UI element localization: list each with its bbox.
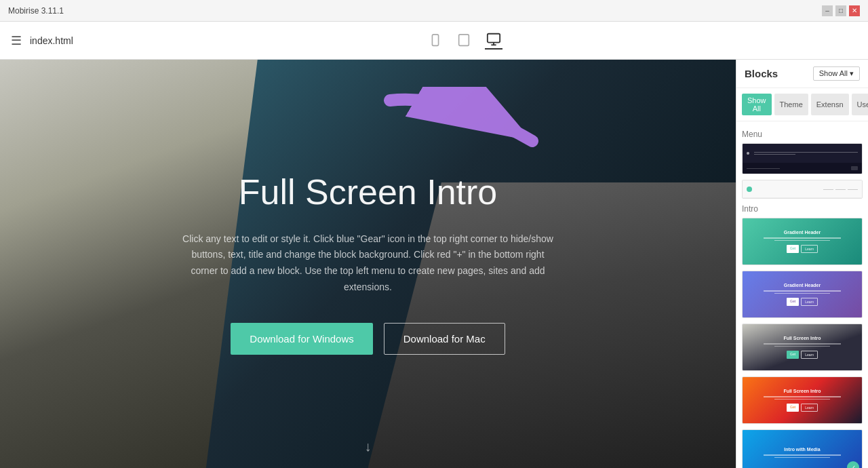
panel-title: Blocks (745, 68, 778, 79)
desc-line-w2 (774, 399, 830, 400)
menu-nav-lines (754, 152, 858, 155)
desc-line-w1 (764, 396, 842, 397)
menu-icon[interactable]: ☰ (11, 33, 22, 48)
desc-line-p1 (764, 290, 842, 292)
intro-purple-preview: Gradient Header Get Learn (743, 271, 862, 317)
menu-block-light[interactable] (742, 180, 863, 199)
download-mac-button[interactable]: Download for Mac (384, 323, 505, 355)
desc-line-p2 (774, 293, 830, 294)
blocks-panel: Blocks Show All ▾ Show All Theme Extensn… (736, 60, 868, 468)
nav-line-2 (754, 154, 795, 155)
toolbar-left: ☰ index.html (11, 33, 73, 48)
show-all-dropdown-button[interactable]: Show All ▾ (813, 66, 860, 81)
hero-content: Full Screen Intro Click any text to edit… (151, 173, 585, 354)
nav-line-1 (754, 152, 858, 153)
close-button[interactable]: ✕ (849, 5, 860, 16)
hero-title[interactable]: Full Screen Intro (178, 173, 558, 212)
intro-block-media[interactable]: Intro with Media ✓ (742, 429, 863, 468)
preview-buttons-warm: Get Learn (787, 404, 818, 412)
title-bar-left: Mobirise 3.11.1 (8, 6, 64, 16)
intro-warm-preview: Full Screen Intro Get Learn (743, 377, 862, 423)
tablet-device-icon[interactable] (456, 33, 471, 48)
toolbar: ☰ index.html (0, 22, 868, 60)
arrow-annotation (383, 87, 587, 171)
preview-title-warm: Full Screen Intro (783, 389, 821, 393)
preview-btn-secondary: Learn (801, 245, 818, 253)
intro-section-label: Intro (742, 204, 863, 214)
preview-buttons: Get Learn (787, 245, 818, 253)
svg-rect-0 (432, 34, 438, 45)
panel-header: Blocks Show All ▾ (736, 60, 868, 88)
canvas-area: Full Screen Intro Click any text to edit… (0, 60, 736, 468)
device-switcher (428, 32, 502, 50)
hero-background: Full Screen Intro Click any text to edit… (0, 60, 736, 468)
desc-line-bw2 (774, 346, 830, 347)
intro-block-fullscreen-bw[interactable]: Full Screen Intro Get Learn (742, 324, 863, 371)
desc-line-m2 (774, 457, 830, 459)
logo-dot (747, 152, 749, 155)
panel-tabs: Show All Theme Extensn User (736, 88, 868, 121)
mobile-device-icon[interactable] (428, 33, 443, 48)
intro-block-fullscreen-warm[interactable]: Full Screen Intro Get Learn (742, 376, 863, 424)
menu-section-label: Menu (742, 130, 863, 139)
svg-rect-4 (488, 33, 500, 42)
preview-title-purple: Gradient Header (784, 283, 821, 288)
file-name: index.html (30, 35, 73, 46)
tab-extensn[interactable]: Extensn (811, 94, 849, 115)
menu-dark-preview (743, 144, 862, 163)
intro-media-preview: Intro with Media (743, 430, 862, 468)
preview-btn-primary: Get (787, 245, 799, 253)
desktop-device-icon[interactable] (485, 32, 502, 50)
desc-line-2 (774, 240, 830, 241)
preview-title-media: Intro with Media (784, 447, 820, 452)
preview-buttons-purple: Get Learn (787, 298, 818, 306)
window-controls: – □ ✕ (822, 5, 860, 16)
panel-content: Menu (736, 121, 868, 468)
preview-btn-bw: Get (787, 351, 799, 359)
minimize-button[interactable]: – (822, 5, 833, 16)
hero-buttons: Download for Windows Download for Mac (178, 323, 558, 355)
hero-subtitle[interactable]: Click any text to edit or style it. Clic… (178, 231, 558, 296)
intro-bw-preview: Full Screen Intro Get Learn (743, 324, 862, 370)
preview-btn-secondary-p: Learn (801, 298, 818, 306)
tab-show-all[interactable]: Show All (742, 94, 772, 115)
scroll-down-icon: ↓ (365, 439, 372, 454)
tab-user[interactable]: User (852, 94, 868, 115)
preview-btn-warm2: Learn (801, 404, 818, 412)
preview-btn-warm: Get (787, 404, 799, 412)
intro-block-gradient-purple[interactable]: Gradient Header Get Learn (742, 271, 863, 318)
preview-title-teal: Gradient Header (784, 230, 821, 235)
title-bar: Mobirise 3.11.1 – □ ✕ (0, 0, 868, 22)
desc-line-bw1 (764, 343, 842, 345)
svg-rect-2 (459, 34, 469, 45)
preview-btn-bw2: Learn (801, 351, 818, 359)
tab-theme[interactable]: Theme (774, 94, 808, 115)
preview-btn-primary-p: Get (787, 298, 799, 306)
maximize-button[interactable]: □ (835, 5, 846, 16)
desc-line-1 (764, 237, 842, 239)
intro-block-gradient-teal[interactable]: Gradient Header Get Learn (742, 218, 863, 265)
download-windows-button[interactable]: Download for Windows (231, 323, 372, 355)
preview-title-bw: Full Screen Intro (783, 336, 821, 340)
intro-teal-preview: Gradient Header Get Learn (743, 218, 862, 265)
app-title: Mobirise 3.11.1 (8, 6, 64, 16)
menu-block-dark[interactable] (742, 143, 863, 174)
preview-buttons-bw: Get Learn (787, 351, 818, 359)
main-layout: Full Screen Intro Click any text to edit… (0, 60, 868, 468)
desc-line-m1 (764, 454, 842, 456)
